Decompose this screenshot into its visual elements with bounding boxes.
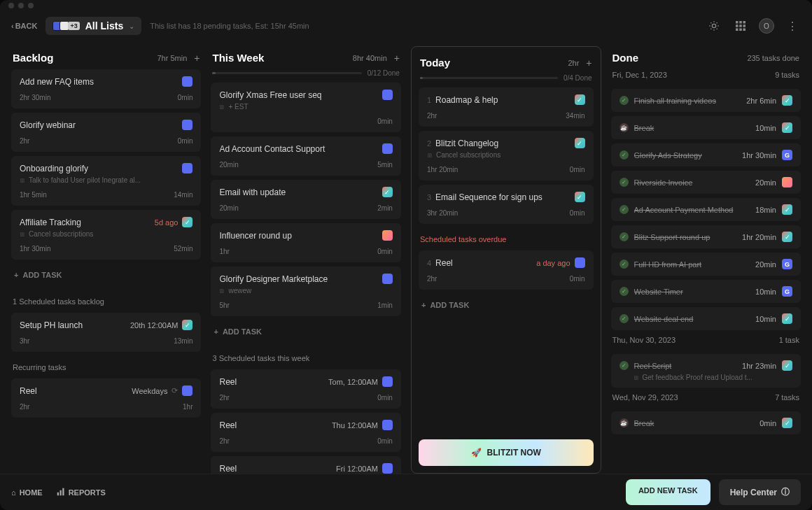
done-time: 1hr 23min [742,362,776,370]
task-scheduled-time: Tom, 12:00AM [328,378,378,386]
traffic-light-close[interactable] [8,3,14,8]
traffic-light-min[interactable] [18,3,24,8]
task-card[interactable]: ReelThu 12:00AM2hr0min [211,413,400,452]
reports-link[interactable]: REPORTS [57,488,106,497]
done-task[interactable]: ☕Break0min [611,411,801,434]
task-card[interactable]: 3Email Sequence for sign ups3hr 20min0mi… [419,185,594,224]
task-duration: 1hr [219,248,229,255]
task-card[interactable]: 1Roadmap & help2hr34min [419,87,594,127]
task-duration: 20min [219,204,238,212]
back-button[interactable]: ‹ BACK [11,22,37,30]
task-name: Influencer round up [219,231,291,241]
task-name: Reel [219,420,237,430]
column-time: 8hr 40min [353,54,387,62]
task-card[interactable]: Onboarding glorify Talk to fahad User pi… [11,156,201,206]
svg-rect-8 [739,29,742,31]
blitz-now-button[interactable]: 🚀 BLITZIT NOW [419,439,594,466]
task-badge [182,163,192,173]
column-time: 7hr 5min [157,54,187,62]
task-card[interactable]: Email with update20min2min [211,180,400,219]
done-task[interactable]: Blitz Support round up1hr 20min [611,225,801,248]
done-group-count: 1 task [779,336,799,344]
done-time: 20min [755,178,776,187]
task-name: Onboarding glorify [20,164,88,173]
task-duration: 3hr 20min [427,209,458,217]
task-card[interactable]: Affiliate Tracking5d ago Cancel subscrip… [11,210,201,260]
add-new-task-button[interactable]: ADD NEW TASK [626,479,710,505]
svg-rect-9 [743,29,746,31]
task-card[interactable]: 4Reela day ago2hr0min [419,250,594,290]
scheduled-week-label: 3 Scheduled tasks this week [211,347,400,365]
done-task[interactable]: Finish all training videos2hr 6min [611,89,801,112]
task-card[interactable]: Glorify webinar2hr0min [11,113,201,152]
task-card[interactable]: Ad Account Contact Support20min5min [211,136,400,176]
task-badge [382,420,393,430]
task-name: Reel [219,377,237,387]
task-duration: 1hr 20min [427,166,458,173]
reports-label: REPORTS [69,488,106,497]
add-icon[interactable]: + [586,57,592,69]
done-time: 10min [755,124,776,132]
task-name: Affiliate Tracking [20,218,81,227]
task-card[interactable]: Setup PH launch20th 12:00AM3hr13min [11,313,201,352]
home-label: HOME [20,488,43,497]
task-card[interactable]: Influencer round up1hr0min [211,223,400,262]
task-name: Glorify Designer Marketplace [219,274,328,284]
done-task[interactable]: Glorify Ads Strategy1hr 30min [611,143,801,167]
svg-rect-6 [743,24,746,27]
task-spent: 0min [178,137,193,145]
scheduled-backlog-label: 1 Scheduled tasks backlog [11,290,201,309]
task-sub: + EST [219,103,392,111]
task-name: Setup PH launch [20,320,83,330]
done-task[interactable]: Reel Script1hr 23minGet feedback Proof r… [611,354,801,388]
task-duration: 20min [219,161,238,169]
check-icon [620,150,629,160]
help-center-button[interactable]: Help Center ⓘ [719,479,801,505]
task-badge [782,232,792,242]
blitz-label: BLITZIT NOW [487,448,541,458]
home-link[interactable]: ⌂ HOME [11,488,43,497]
rocket-icon: 🚀 [471,448,482,458]
done-task[interactable]: Ad Account Payment Method18min [611,198,801,221]
task-card[interactable]: ReelTom, 12:00AM2hr0min [211,369,400,409]
task-card[interactable]: Add new FAQ items2hr 30min0min [11,69,201,108]
svg-rect-5 [739,24,742,27]
task-card[interactable]: 2Blitzit Changelog Cancel subscriptions1… [419,131,594,180]
svg-point-0 [712,24,715,27]
task-duration: 1hr 30min [20,245,50,253]
task-card[interactable]: ReelFri 12:00AM2hr0min [211,456,400,474]
done-date: Fri, Dec 1, 2023 [612,71,667,79]
grid-icon[interactable] [732,17,749,34]
add-task-button[interactable]: + ADD TASK [211,320,400,343]
check-icon [620,232,629,241]
column-today: Today 2hr + 0/4 Done 1Roadmap & help2hr3… [411,46,601,474]
task-card[interactable]: Glorify Designer Marketplace wewew5hr1mi… [211,267,400,316]
done-task[interactable]: ☕Break10min [611,116,801,139]
task-name: 4Reel [427,258,453,268]
back-label: BACK [15,22,38,30]
list-selector[interactable]: +3 All Lists ⌄ [46,17,141,35]
chevron-down-icon: ⌄ [129,22,134,30]
traffic-light-max[interactable] [28,3,34,8]
done-task[interactable]: Website Timer10min [611,280,801,303]
task-badge [782,95,792,106]
task-card[interactable]: ReelWeekdays⟳2hr1hr [11,378,201,418]
task-scheduled-time: Fri 12:00AM [336,465,378,473]
done-task[interactable]: Website deal end10min [611,307,801,330]
done-task[interactable]: Full HD from AI part20min [611,253,801,276]
bug-icon[interactable] [706,17,722,34]
task-card[interactable]: Glorify Xmas Free user seq + EST0min [211,83,400,132]
add-task-button[interactable]: + ADD TASK [419,294,594,316]
task-badge [782,360,792,371]
task-badge [782,122,792,133]
add-icon[interactable]: + [394,52,400,64]
task-sub: Cancel subscriptions [20,230,192,238]
task-duration: 5hr [219,302,229,309]
avatar[interactable]: O [759,18,774,34]
task-badge [182,76,192,87]
task-spent: 0min [570,209,585,217]
more-icon[interactable]: ⋮ [784,17,801,34]
done-task[interactable]: Riverside Invoice20min [611,171,801,194]
add-icon[interactable]: + [194,52,200,64]
add-task-button[interactable]: + ADD TASK [11,264,201,286]
